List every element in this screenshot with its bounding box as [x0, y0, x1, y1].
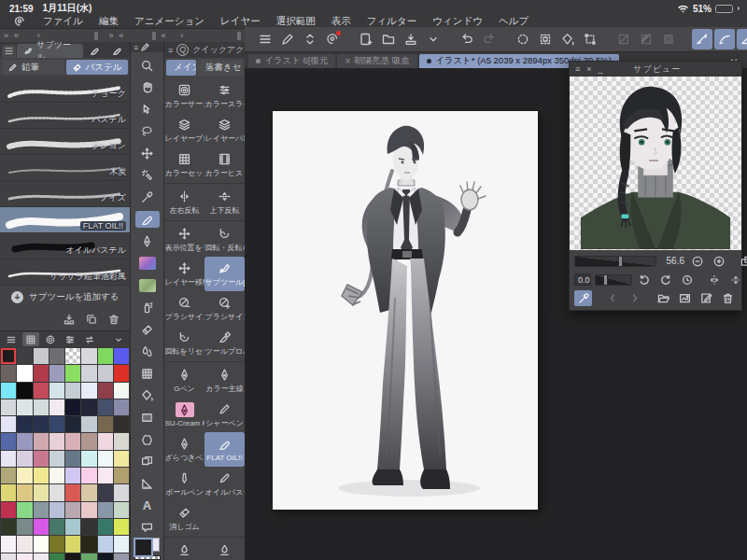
- move-layer-tool[interactable]: [135, 145, 160, 161]
- open-file-button[interactable]: [378, 29, 399, 49]
- eyedropper-tool[interactable]: [135, 189, 160, 206]
- color-swatch[interactable]: [34, 468, 49, 483]
- color-swatch[interactable]: [1, 416, 16, 432]
- menu-表示[interactable]: 表示: [331, 15, 351, 28]
- copy-subtool-button[interactable]: [85, 313, 98, 326]
- color-swatch[interactable]: [81, 536, 96, 552]
- color-swatch[interactable]: [65, 433, 80, 449]
- menu-編集[interactable]: 編集: [99, 15, 119, 28]
- qa-rough-pen[interactable]: ざらつきペン: [164, 432, 204, 467]
- color-swatch[interactable]: [114, 416, 129, 432]
- text-tool[interactable]: A: [135, 497, 160, 514]
- color-swatch[interactable]: [114, 383, 129, 399]
- canvas-page[interactable]: [273, 111, 538, 510]
- color-swatch[interactable]: [17, 519, 32, 535]
- tab-subtool-2[interactable]: [84, 44, 106, 58]
- qa-layer-palette[interactable]: レイヤーパレ: [204, 113, 245, 147]
- qa-subtool-pencil[interactable]: サブツール[鉛: [204, 257, 245, 291]
- tab-subtool[interactable]: サブツール: [17, 44, 83, 58]
- brush-木炭[interactable]: 木炭: [0, 155, 130, 181]
- color-swatch[interactable]: [65, 399, 80, 415]
- color-swatch[interactable]: [65, 468, 80, 483]
- color-swatch[interactable]: [98, 468, 113, 483]
- zoom-in-button[interactable]: [710, 253, 727, 269]
- color-swatch[interactable]: [34, 348, 49, 364]
- new-canvas-button[interactable]: [356, 29, 376, 49]
- color-swatch[interactable]: [98, 383, 113, 399]
- expand-icon[interactable]: »: [109, 31, 114, 40]
- color-swatch[interactable]: [34, 383, 49, 399]
- canvas-area[interactable]: ≡ × _ サブビュー: [245, 68, 747, 560]
- next-image-button[interactable]: [626, 290, 643, 306]
- menu-レイヤー[interactable]: レイヤー: [220, 15, 261, 28]
- color-swatch[interactable]: [49, 502, 64, 518]
- redo-button[interactable]: [479, 29, 500, 49]
- color-swatch[interactable]: [1, 484, 16, 500]
- color-swatch[interactable]: [49, 433, 64, 449]
- color-swatch[interactable]: [34, 399, 49, 415]
- brush-FLAT OIL!![interactable]: FLAT OIL!!: [0, 207, 130, 233]
- tab-subtool-3[interactable]: [106, 44, 128, 58]
- color-swatch[interactable]: [114, 502, 129, 518]
- subview-minimize-icon[interactable]: _: [599, 64, 603, 74]
- auto-select-tool[interactable]: [135, 167, 160, 184]
- qa-brush-size-up[interactable]: ブラシサイズ: [204, 291, 245, 326]
- color-swatch[interactable]: [81, 519, 96, 535]
- color-swatch[interactable]: [98, 484, 113, 500]
- qa-color-slider[interactable]: カラースライ: [204, 78, 245, 113]
- tab-close-icon[interactable]: ×: [345, 56, 350, 66]
- pastel-brush-tool[interactable]: [135, 211, 160, 228]
- color-swatch[interactable]: [114, 399, 129, 415]
- color-swatch[interactable]: [49, 451, 64, 467]
- color-swatch[interactable]: [81, 365, 96, 381]
- color-swatch[interactable]: [1, 502, 16, 518]
- save-export-button[interactable]: [401, 29, 421, 49]
- qa-flip-horizontal[interactable]: 左右反転: [164, 185, 204, 219]
- import-subtool-button[interactable]: [63, 313, 76, 326]
- color-swatch[interactable]: [49, 468, 64, 483]
- expand-icon[interactable]: »: [4, 31, 8, 40]
- subview-flip-vertical-button[interactable]: [727, 272, 745, 287]
- filter-button[interactable]: [513, 29, 533, 49]
- qa-tab-落書きセット[interactable]: 落書きセット: [198, 60, 243, 76]
- transform-button[interactable]: [580, 29, 600, 49]
- color-swatch[interactable]: [34, 451, 49, 467]
- rotate-cw-button[interactable]: [657, 272, 675, 287]
- color-swatch[interactable]: [98, 519, 113, 535]
- brush-ザッサラ絵筆油彩風[interactable]: ザッサラ絵筆油彩風: [0, 259, 130, 286]
- color-swap-button[interactable]: [81, 332, 98, 346]
- color-swatch[interactable]: [114, 433, 129, 449]
- snap-to-ruler-button[interactable]: [692, 29, 712, 49]
- hand-tool[interactable]: [135, 79, 160, 96]
- snap-to-grid-button[interactable]: [737, 29, 747, 49]
- fit-to-view-button[interactable]: [737, 253, 747, 269]
- frame-border-tool[interactable]: [135, 454, 160, 470]
- eraser-tool[interactable]: [135, 321, 160, 338]
- color-swatch[interactable]: [65, 416, 80, 432]
- decoration-tool-2[interactable]: [135, 277, 160, 294]
- collapse-icon[interactable]: «: [120, 31, 124, 40]
- brush-クレヨン[interactable]: クレヨン: [0, 129, 130, 155]
- delete-subtool-button[interactable]: [107, 313, 120, 326]
- gradient-tool[interactable]: [135, 410, 160, 427]
- figure-tool[interactable]: [135, 431, 160, 448]
- color-swatch[interactable]: [1, 383, 16, 399]
- drag-handle[interactable]: [152, 32, 156, 40]
- quick-access-menu-icon[interactable]: ≡: [168, 46, 173, 55]
- color-swatch[interactable]: [98, 502, 113, 518]
- color-swatch[interactable]: [65, 519, 80, 535]
- color-wheel-button[interactable]: [42, 332, 59, 346]
- menu-ファイル[interactable]: ファイル: [43, 15, 83, 28]
- color-swatch[interactable]: [17, 365, 32, 381]
- color-swatch[interactable]: [49, 416, 64, 432]
- csp-logo-icon[interactable]: [13, 16, 27, 28]
- color-swatch[interactable]: [49, 519, 64, 535]
- qa-brush-size-down[interactable]: ブラシサイズ: [164, 291, 204, 326]
- subview-image[interactable]: [570, 77, 741, 250]
- rotate-ccw-button[interactable]: [636, 272, 654, 287]
- color-swatch[interactable]: [49, 365, 64, 381]
- color-swatch[interactable]: [1, 536, 16, 552]
- material-button[interactable]: [535, 29, 556, 49]
- brush-ノイズ[interactable]: ノイズ: [0, 181, 130, 207]
- qa-reset-display[interactable]: 表示位置をリ: [164, 222, 204, 257]
